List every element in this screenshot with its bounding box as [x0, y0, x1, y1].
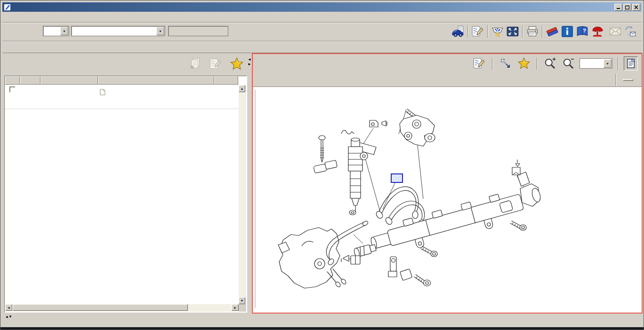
notepad-edit-icon[interactable]	[472, 56, 487, 71]
scrollbar-thumb[interactable]	[13, 304, 188, 311]
separator	[487, 25, 488, 38]
col-quantity[interactable]	[214, 76, 238, 85]
diagram-highlight-59[interactable]	[391, 174, 402, 182]
horizontal-scrollbar[interactable]: ◄ ►	[5, 304, 239, 312]
collapse-right-icon[interactable]: ►	[248, 63, 251, 66]
notepad-edit-icon[interactable]	[470, 24, 485, 39]
shopping-basket-icon[interactable]	[490, 24, 505, 39]
page-view-icon[interactable]	[624, 56, 638, 71]
app-icon	[4, 4, 11, 11]
svg-text:?: ?	[583, 27, 586, 34]
diagram-toolbar: ▼	[253, 54, 642, 73]
scrollbar-corner	[239, 304, 246, 312]
col-check[interactable]	[5, 76, 20, 85]
table-row[interactable]	[5, 85, 247, 109]
scroll-up-icon[interactable]: ▲	[239, 85, 245, 92]
minimize-button[interactable]	[614, 4, 622, 11]
vehicle-document-icon[interactable]	[451, 24, 466, 39]
mail-icon	[608, 24, 623, 39]
send-receive-icon[interactable]	[623, 24, 638, 39]
diagram-canvas[interactable]	[253, 87, 642, 313]
epc-window: ▼ ▼	[0, 0, 644, 330]
zoom-in-icon[interactable]	[543, 56, 558, 71]
main-toolbar: ▼ ▼	[2, 23, 642, 40]
scroll-right-icon[interactable]: ►	[232, 304, 239, 311]
eraser-icon[interactable]	[545, 24, 560, 39]
menu-bar	[2, 13, 642, 22]
favorites-star-icon[interactable]	[229, 57, 244, 73]
parts-diagram	[253, 87, 642, 313]
print-icon[interactable]	[525, 24, 540, 39]
parts-table: ▲ ▼ ◄ ►	[4, 76, 247, 313]
panel-splitter[interactable]: ◄ ►	[247, 54, 252, 313]
separator	[492, 57, 493, 70]
row-checkbox[interactable]	[9, 86, 16, 93]
copy-parts-icon	[188, 57, 202, 72]
separator	[618, 57, 619, 70]
separator	[542, 25, 543, 38]
collapse-left-icon[interactable]: ◄	[248, 58, 251, 62]
wdb-combobox[interactable]: ▼	[43, 26, 69, 36]
chevron-down-icon[interactable]: ▼	[60, 27, 68, 35]
parts-list-panel: ▲ ▼ ◄ ►	[4, 54, 247, 313]
col-part-number[interactable]	[40, 76, 98, 85]
table-header	[5, 76, 247, 85]
col-pos[interactable]	[20, 76, 40, 85]
separator	[615, 74, 616, 86]
title-bar	[2, 2, 642, 12]
breadcrumb	[2, 42, 642, 53]
diagram-panel: ▼	[252, 53, 643, 314]
close-button[interactable]	[632, 4, 640, 11]
row-part-number	[40, 85, 98, 109]
fullscreen-icon[interactable]	[505, 24, 520, 39]
page-strip	[253, 73, 642, 87]
parts-list-toolbar	[4, 54, 247, 76]
favorites-star-icon[interactable]	[516, 56, 531, 71]
vin-combobox[interactable]: ▼	[71, 26, 165, 36]
vertical-scrollbar[interactable]: ▲ ▼	[239, 85, 246, 304]
diagram-part-washer-71	[349, 210, 356, 215]
chevron-down-icon[interactable]: ▼	[156, 27, 164, 35]
zoom-level-combobox[interactable]: ▼	[580, 58, 612, 69]
zoom-out-icon[interactable]	[561, 56, 576, 71]
row-quantity	[214, 85, 238, 109]
workshop-lift-icon[interactable]	[590, 24, 605, 39]
status-resize-handles[interactable]: ▲▼	[2, 315, 642, 319]
page-indicator	[623, 79, 633, 81]
separator	[522, 25, 523, 38]
maximize-button[interactable]	[623, 4, 631, 11]
notepad-edit-icon-disabled	[209, 57, 223, 72]
help-book-icon[interactable]: ?	[575, 24, 590, 39]
window-bottom-edge	[0, 327, 644, 330]
engine-number-field	[168, 26, 228, 36]
info-icon[interactable]	[560, 24, 575, 39]
separator	[467, 25, 468, 38]
shrink-view-icon[interactable]	[498, 56, 513, 71]
main-area: ▲ ▼ ◄ ► ◄ ►	[2, 53, 643, 314]
scroll-left-icon[interactable]: ◄	[5, 304, 12, 311]
chevron-down-icon[interactable]: ▼	[604, 59, 612, 68]
scroll-down-icon[interactable]: ▼	[239, 297, 245, 304]
col-name-info[interactable]	[98, 76, 214, 85]
separator	[537, 57, 538, 70]
row-pos	[20, 85, 40, 109]
document-icon	[100, 89, 105, 96]
